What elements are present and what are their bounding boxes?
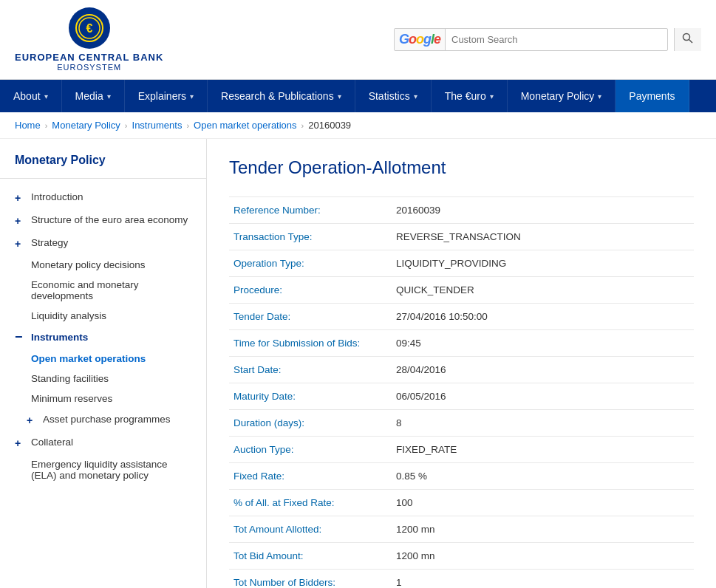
ecb-logo: €: [69, 7, 110, 49]
table-row: Fixed Rate:0.85 %: [229, 463, 694, 490]
nav-monetary-policy[interactable]: Monetary Policy ▾: [508, 80, 616, 112]
table-row: Reference Number:20160039: [229, 197, 694, 224]
field-label: Transaction Type:: [229, 224, 392, 250]
sidebar-item-strategy[interactable]: + Strategy: [0, 232, 206, 255]
sidebar-item-open-market[interactable]: Open market operations: [0, 349, 206, 369]
nav-explainers[interactable]: Explainers ▾: [125, 80, 208, 112]
nav-bar: About ▾ Media ▾ Explainers ▾ Research & …: [0, 80, 716, 112]
field-value: QUICK_TENDER: [392, 277, 694, 304]
bank-name: EUROPEAN CENTRAL BANK: [15, 52, 163, 63]
nav-payments[interactable]: Payments: [616, 80, 689, 112]
table-row: Tender Date:27/04/2016 10:50:00: [229, 304, 694, 330]
collapse-icon: −: [15, 330, 25, 343]
expand-icon: +: [15, 238, 25, 250]
search-button[interactable]: [674, 28, 701, 51]
breadcrumb-sep: ›: [301, 121, 304, 130]
nav-about[interactable]: About ▾: [0, 80, 62, 112]
expand-icon: +: [15, 215, 25, 227]
sidebar-item-asset-purchase[interactable]: + Asset purchase programmes: [0, 408, 206, 431]
field-label: Tot Amount Allotted:: [229, 516, 392, 543]
breadcrumb-sep: ›: [45, 121, 48, 130]
table-row: Procedure:QUICK_TENDER: [229, 277, 694, 304]
eurosystem-label: EUROSYSTEM: [57, 63, 121, 72]
chevron-down-icon: ▾: [338, 92, 341, 100]
expand-icon: +: [15, 437, 25, 449]
field-value: 20160039: [392, 197, 694, 224]
field-value: 27/04/2016 10:50:00: [392, 304, 694, 330]
breadcrumb-home[interactable]: Home: [15, 120, 41, 131]
field-value: 1: [392, 570, 694, 589]
sidebar-item-structure[interactable]: + Structure of the euro area economy: [0, 209, 206, 232]
chevron-down-icon: ▾: [107, 92, 111, 100]
breadcrumb-monetary-policy[interactable]: Monetary Policy: [52, 120, 120, 131]
detail-table: Reference Number:20160039Transaction Typ…: [229, 196, 694, 588]
breadcrumb-instruments[interactable]: Instruments: [132, 120, 183, 131]
field-label: % of All. at Fixed Rate:: [229, 490, 392, 516]
field-value: 09:45: [392, 330, 694, 357]
chevron-down-icon: ▾: [414, 92, 417, 100]
search-area: Google: [394, 28, 701, 51]
table-row: Tot Number of Bidders:1: [229, 570, 694, 589]
sidebar-item-minimum-reserves[interactable]: Minimum reserves: [0, 389, 206, 408]
field-label: Reference Number:: [229, 197, 392, 224]
table-row: Auction Type:FIXED_RATE: [229, 437, 694, 463]
breadcrumb: Home › Monetary Policy › Instruments › O…: [0, 112, 716, 139]
field-label: Operation Type:: [229, 250, 392, 277]
sidebar-item-collateral[interactable]: + Collateral: [0, 431, 206, 454]
field-label: Tot Bid Amount:: [229, 543, 392, 570]
field-value: 1200 mn: [392, 543, 694, 570]
field-label: Time for Submission of Bids:: [229, 330, 392, 357]
svg-text:€: €: [86, 22, 92, 35]
main-container: Monetary Policy + Introduction + Structu…: [0, 139, 716, 588]
sidebar-title: Monetary Policy: [0, 154, 206, 179]
sidebar-item-liquidity[interactable]: Liquidity analysis: [0, 306, 206, 326]
sidebar-item-ela[interactable]: Emergency liquidity assistance (ELA) and…: [0, 454, 206, 485]
field-label: Duration (days):: [229, 410, 392, 437]
chevron-down-icon: ▾: [490, 92, 494, 100]
breadcrumb-sep: ›: [125, 121, 128, 130]
field-value: 06/05/2016: [392, 383, 694, 410]
content-area: Tender Operation-Allotment Reference Num…: [207, 139, 716, 588]
field-value: 100: [392, 490, 694, 516]
expand-icon: +: [15, 192, 25, 204]
nav-statistics[interactable]: Statistics ▾: [355, 80, 432, 112]
field-label: Fixed Rate:: [229, 463, 392, 490]
search-box: Google: [394, 28, 668, 51]
sidebar-item-economic-monetary[interactable]: Economic and monetary developments: [0, 275, 206, 306]
field-label: Auction Type:: [229, 437, 392, 463]
page-title: Tender Operation-Allotment: [229, 157, 694, 178]
logo-area: € EUROPEAN CENTRAL BANK EUROSYSTEM: [15, 7, 163, 72]
breadcrumb-open-market[interactable]: Open market operations: [194, 120, 296, 131]
sidebar-item-standing-facilities[interactable]: Standing facilities: [0, 369, 206, 389]
table-row: % of All. at Fixed Rate:100: [229, 490, 694, 516]
table-row: Time for Submission of Bids:09:45: [229, 330, 694, 357]
table-row: Tot Amount Allotted:1200 mn: [229, 516, 694, 543]
search-input[interactable]: [446, 30, 667, 49]
nav-research[interactable]: Research & Publications ▾: [208, 80, 355, 112]
field-label: Tender Date:: [229, 304, 392, 330]
field-label: Start Date:: [229, 357, 392, 383]
svg-line-4: [689, 40, 693, 44]
table-row: Transaction Type:REVERSE_TRANSACTION: [229, 224, 694, 250]
sidebar-item-monetary-policy-decisions[interactable]: Monetary policy decisions: [0, 255, 206, 275]
table-row: Operation Type:LIQUIDITY_PROVIDING: [229, 250, 694, 277]
breadcrumb-sep: ›: [186, 121, 189, 130]
sidebar-item-introduction[interactable]: + Introduction: [0, 186, 206, 209]
breadcrumb-current: 20160039: [308, 120, 351, 131]
field-label: Procedure:: [229, 277, 392, 304]
nav-media[interactable]: Media ▾: [62, 80, 125, 112]
field-value: FIXED_RATE: [392, 437, 694, 463]
field-label: Maturity Date:: [229, 383, 392, 410]
field-value: LIQUIDITY_PROVIDING: [392, 250, 694, 277]
svg-point-3: [683, 34, 690, 41]
expand-icon: +: [27, 414, 37, 426]
table-row: Maturity Date:06/05/2016: [229, 383, 694, 410]
nav-euro[interactable]: The €uro ▾: [432, 80, 508, 112]
field-value: 0.85 %: [392, 463, 694, 490]
table-row: Tot Bid Amount:1200 mn: [229, 543, 694, 570]
sidebar-section-instruments[interactable]: − Instruments: [0, 326, 206, 349]
table-row: Duration (days):8: [229, 410, 694, 437]
table-row: Start Date:28/04/2016: [229, 357, 694, 383]
field-value: 28/04/2016: [392, 357, 694, 383]
sidebar: Monetary Policy + Introduction + Structu…: [0, 139, 207, 588]
